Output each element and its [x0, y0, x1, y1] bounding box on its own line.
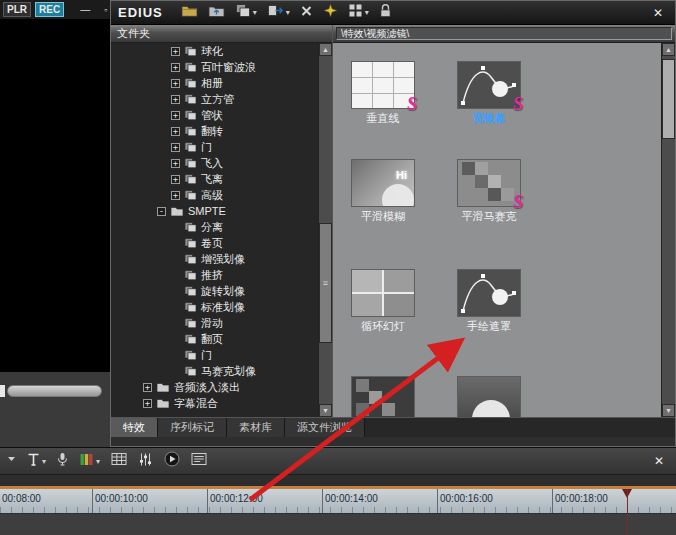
expand-icon[interactable]: + — [143, 399, 152, 408]
tree-item[interactable]: +相册 — [111, 75, 318, 91]
effect-thumbnail[interactable]: S — [457, 61, 521, 109]
palette-tab[interactable]: 序列标记 — [158, 418, 227, 437]
microphone-button[interactable] — [57, 452, 68, 470]
duplicate-button[interactable]: ▾ — [235, 4, 257, 22]
expand-icon[interactable]: + — [171, 127, 180, 136]
tree-item[interactable]: +管状 — [111, 107, 318, 123]
expand-icon[interactable]: + — [171, 175, 180, 184]
tree-item[interactable]: 分离 — [111, 219, 318, 235]
tree-item[interactable]: 翻页 — [111, 331, 318, 347]
export-button[interactable]: ▾ — [267, 4, 290, 22]
tree-item[interactable]: 推挤 — [111, 267, 318, 283]
player-restore-button[interactable]: ▫ — [104, 5, 107, 15]
tree-item[interactable]: +立方管 — [111, 91, 318, 107]
tree-item[interactable]: +音频淡入淡出 — [111, 379, 318, 395]
effect-thumbnail[interactable] — [457, 376, 521, 417]
expand-icon[interactable]: + — [171, 159, 180, 168]
effect-label: 平滑马赛克 — [439, 209, 539, 224]
tree-item[interactable]: 卷页 — [111, 235, 318, 251]
play-button[interactable] — [164, 452, 180, 470]
faders-button[interactable] — [138, 452, 153, 470]
tree-item[interactable]: -SMPTE — [111, 203, 318, 219]
transition-icon — [184, 253, 197, 265]
expand-icon[interactable]: + — [171, 47, 180, 56]
tree-item[interactable]: 马赛克划像 — [111, 363, 318, 379]
palette-tab[interactable]: 源文件浏览 — [285, 418, 365, 437]
expand-icon[interactable]: + — [143, 383, 152, 392]
effects-scrollbar-thumb[interactable] — [662, 59, 675, 139]
effect-thumbnail[interactable] — [351, 376, 415, 417]
tree-item[interactable]: +飞入 — [111, 155, 318, 171]
tree-item[interactable]: +百叶窗波浪 — [111, 59, 318, 75]
effect-item[interactable]: S垂直线 — [333, 61, 433, 126]
tree-scroll-up-icon[interactable]: ▲ — [319, 43, 332, 56]
tree-item[interactable]: +翻转 — [111, 123, 318, 139]
effect-item[interactable]: 手绘遮罩 — [439, 269, 539, 334]
player-minimize-button[interactable]: — — [80, 6, 90, 14]
effect-thumbnail[interactable]: S — [351, 61, 415, 109]
table-view-button[interactable] — [111, 452, 127, 470]
dropdown-caret-icon[interactable]: ▾ — [42, 457, 46, 466]
effect-thumbnail[interactable]: Hi — [351, 159, 415, 207]
open-folder-button[interactable] — [181, 4, 198, 22]
tree-item[interactable]: 标准划像 — [111, 299, 318, 315]
lock-button[interactable] — [379, 4, 392, 22]
expand-icon[interactable]: + — [171, 95, 180, 104]
tree-scrollbar[interactable]: ▲ ≡ ▼ — [318, 43, 332, 417]
effect-item[interactable] — [333, 376, 433, 417]
tree-item[interactable]: 滑动 — [111, 315, 318, 331]
collapse-icon[interactable]: - — [157, 207, 166, 216]
expand-icon[interactable]: + — [171, 79, 180, 88]
tree-item-label: 卷页 — [201, 236, 223, 251]
breadcrumb[interactable]: \特效\视频滤镜\ — [336, 27, 672, 40]
effects-scrollbar[interactable]: ▲ ▼ — [661, 43, 675, 417]
tree-item[interactable]: +高级 — [111, 187, 318, 203]
tree-item[interactable]: +字幕混合 — [111, 395, 318, 411]
effects-scroll-up-icon[interactable]: ▲ — [662, 43, 675, 56]
audio-mixer-button[interactable]: ▾ — [79, 452, 100, 470]
plr-button[interactable]: PLR — [3, 2, 31, 17]
expand-icon[interactable]: + — [171, 63, 180, 72]
tree-scroll-down-icon[interactable]: ▼ — [319, 404, 332, 417]
tree-item[interactable]: +飞离 — [111, 171, 318, 187]
dropdown-caret-icon[interactable]: ▾ — [365, 8, 369, 17]
delete-button[interactable] — [300, 4, 313, 22]
timeline-tracks-area[interactable] — [0, 513, 676, 535]
track-dropdown-button[interactable] — [7, 452, 16, 470]
new-effect-button[interactable] — [323, 4, 338, 22]
playhead-line[interactable] — [627, 489, 628, 535]
tree-item[interactable]: 增强划像 — [111, 251, 318, 267]
tree-scrollbar-thumb[interactable]: ≡ — [319, 223, 332, 343]
effect-item[interactable]: 循环幻灯 — [333, 269, 433, 334]
player-progress-bar[interactable] — [7, 385, 102, 397]
folder-up-icon — [208, 3, 225, 22]
folder-up-button[interactable] — [208, 4, 225, 22]
timeline-close-button[interactable]: ✕ — [649, 454, 669, 468]
effect-item[interactable]: S宽银幕 — [439, 61, 539, 126]
text-tool-button[interactable]: ▾ — [27, 452, 46, 470]
tree-item[interactable]: 旋转划像 — [111, 283, 318, 299]
tree-item[interactable]: +门 — [111, 139, 318, 155]
effect-item[interactable]: S平滑马赛克 — [439, 159, 539, 224]
expand-icon[interactable]: + — [171, 191, 180, 200]
effect-thumbnail[interactable]: S — [457, 159, 521, 207]
rec-button[interactable]: REC — [35, 2, 64, 17]
palette-tab[interactable]: 素材库 — [227, 418, 285, 437]
palette-close-button[interactable]: ✕ — [648, 6, 668, 20]
dropdown-caret-icon[interactable]: ▾ — [253, 8, 257, 17]
effect-item[interactable]: Hi平滑模糊 — [333, 159, 433, 224]
effect-item[interactable] — [439, 376, 539, 417]
effect-thumbnail[interactable] — [457, 269, 521, 317]
effect-thumbnail[interactable] — [351, 269, 415, 317]
palette-tab[interactable]: 特效 — [111, 418, 158, 437]
dropdown-caret-icon[interactable]: ▾ — [286, 8, 290, 17]
dropdown-caret-icon[interactable]: ▾ — [96, 457, 100, 466]
view-mode-button[interactable]: ▾ — [348, 4, 369, 22]
effects-scroll-down-icon[interactable]: ▼ — [662, 404, 675, 417]
panel-button[interactable] — [191, 452, 207, 470]
expand-icon[interactable]: + — [171, 111, 180, 120]
timeline-ruler[interactable]: 00:08:0000:00:10:0000:00:12:0000:00:14:0… — [0, 489, 676, 513]
expand-icon[interactable]: + — [171, 143, 180, 152]
tree-item[interactable]: +球化 — [111, 43, 318, 59]
tree-item[interactable]: 门 — [111, 347, 318, 363]
